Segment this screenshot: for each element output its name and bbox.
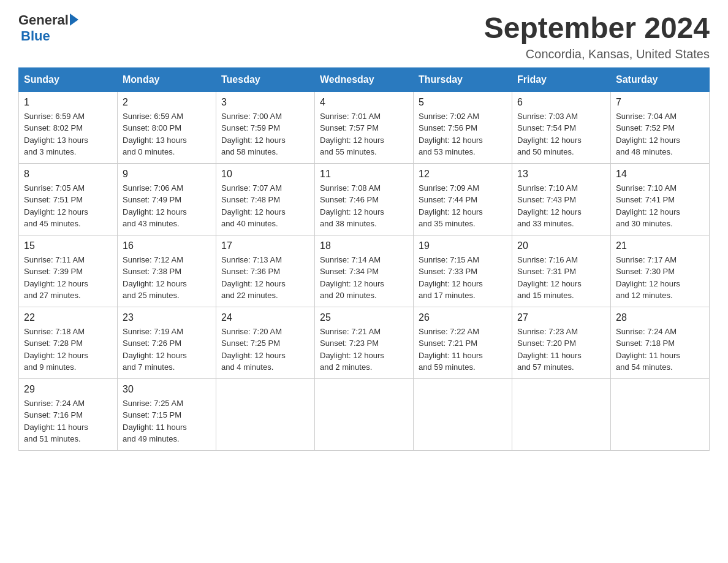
weekday-header-monday: Monday [118,67,216,91]
calendar-week-4: 22Sunrise: 7:18 AM Sunset: 7:28 PM Dayli… [19,307,710,378]
day-info: Sunrise: 7:08 AM Sunset: 7:46 PM Dayligh… [320,182,408,230]
logo-blue-text: Blue [21,28,50,44]
day-info: Sunrise: 6:59 AM Sunset: 8:00 PM Dayligh… [123,110,211,158]
day-number: 11 [320,169,408,180]
calendar-cell: 2Sunrise: 6:59 AM Sunset: 8:00 PM Daylig… [118,91,216,163]
calendar-cell: 24Sunrise: 7:20 AM Sunset: 7:25 PM Dayli… [216,307,315,378]
day-number: 27 [517,312,605,323]
day-info: Sunrise: 7:06 AM Sunset: 7:49 PM Dayligh… [123,182,211,230]
day-info: Sunrise: 7:17 AM Sunset: 7:30 PM Dayligh… [616,254,704,302]
day-info: Sunrise: 7:09 AM Sunset: 7:44 PM Dayligh… [419,182,507,230]
day-info: Sunrise: 7:04 AM Sunset: 7:52 PM Dayligh… [616,110,704,158]
calendar-cell: 21Sunrise: 7:17 AM Sunset: 7:30 PM Dayli… [611,235,710,307]
calendar-table: SundayMondayTuesdayWednesdayThursdayFrid… [18,67,710,451]
logo: General Blue [18,12,78,44]
calendar-week-1: 1Sunrise: 6:59 AM Sunset: 8:02 PM Daylig… [19,91,710,163]
calendar-cell: 22Sunrise: 7:18 AM Sunset: 7:28 PM Dayli… [19,307,118,378]
day-info: Sunrise: 7:22 AM Sunset: 7:21 PM Dayligh… [419,326,507,373]
day-number: 3 [221,97,309,108]
weekday-header-friday: Friday [512,67,611,91]
calendar-cell: 30Sunrise: 7:25 AM Sunset: 7:15 PM Dayli… [118,378,216,450]
calendar-cell: 12Sunrise: 7:09 AM Sunset: 7:44 PM Dayli… [414,163,512,235]
logo-arrow-icon [70,13,78,26]
day-info: Sunrise: 7:19 AM Sunset: 7:26 PM Dayligh… [123,326,211,373]
day-number: 16 [123,240,211,251]
day-number: 13 [517,169,605,180]
day-info: Sunrise: 7:24 AM Sunset: 7:16 PM Dayligh… [24,397,112,445]
day-info: Sunrise: 7:07 AM Sunset: 7:48 PM Dayligh… [221,182,309,230]
calendar-cell: 7Sunrise: 7:04 AM Sunset: 7:52 PM Daylig… [611,91,710,163]
day-number: 17 [221,240,309,251]
day-number: 14 [616,169,704,180]
calendar-cell: 8Sunrise: 7:05 AM Sunset: 7:51 PM Daylig… [19,163,118,235]
calendar-cell [414,378,512,450]
calendar-cell: 15Sunrise: 7:11 AM Sunset: 7:39 PM Dayli… [19,235,118,307]
calendar-body: 1Sunrise: 6:59 AM Sunset: 8:02 PM Daylig… [19,91,710,450]
calendar-cell: 14Sunrise: 7:10 AM Sunset: 7:41 PM Dayli… [611,163,710,235]
day-info: Sunrise: 7:10 AM Sunset: 7:43 PM Dayligh… [517,182,605,230]
day-number: 7 [616,97,704,108]
day-number: 1 [24,97,112,108]
day-number: 18 [320,240,408,251]
weekday-header-tuesday: Tuesday [216,67,315,91]
day-info: Sunrise: 7:12 AM Sunset: 7:38 PM Dayligh… [123,254,211,302]
calendar-cell: 23Sunrise: 7:19 AM Sunset: 7:26 PM Dayli… [118,307,216,378]
month-title: September 2024 [484,12,710,45]
day-number: 29 [24,384,112,395]
calendar-week-3: 15Sunrise: 7:11 AM Sunset: 7:39 PM Dayli… [19,235,710,307]
day-number: 12 [419,169,507,180]
day-info: Sunrise: 7:02 AM Sunset: 7:56 PM Dayligh… [419,110,507,158]
day-info: Sunrise: 7:23 AM Sunset: 7:20 PM Dayligh… [517,326,605,373]
day-number: 5 [419,97,507,108]
calendar-cell: 5Sunrise: 7:02 AM Sunset: 7:56 PM Daylig… [414,91,512,163]
weekday-header-sunday: Sunday [19,67,118,91]
day-info: Sunrise: 7:13 AM Sunset: 7:36 PM Dayligh… [221,254,309,302]
calendar-cell: 9Sunrise: 7:06 AM Sunset: 7:49 PM Daylig… [118,163,216,235]
weekday-header-row: SundayMondayTuesdayWednesdayThursdayFrid… [19,67,710,91]
day-number: 6 [517,97,605,108]
day-info: Sunrise: 7:21 AM Sunset: 7:23 PM Dayligh… [320,326,408,373]
calendar-header: SundayMondayTuesdayWednesdayThursdayFrid… [19,67,710,91]
calendar-cell: 28Sunrise: 7:24 AM Sunset: 7:18 PM Dayli… [611,307,710,378]
calendar-cell: 20Sunrise: 7:16 AM Sunset: 7:31 PM Dayli… [512,235,611,307]
calendar-cell [512,378,611,450]
calendar-week-2: 8Sunrise: 7:05 AM Sunset: 7:51 PM Daylig… [19,163,710,235]
calendar-cell: 18Sunrise: 7:14 AM Sunset: 7:34 PM Dayli… [315,235,414,307]
day-number: 25 [320,312,408,323]
day-number: 24 [221,312,309,323]
calendar-cell: 13Sunrise: 7:10 AM Sunset: 7:43 PM Dayli… [512,163,611,235]
day-number: 21 [616,240,704,251]
day-info: Sunrise: 7:16 AM Sunset: 7:31 PM Dayligh… [517,254,605,302]
calendar-cell: 10Sunrise: 7:07 AM Sunset: 7:48 PM Dayli… [216,163,315,235]
page-header: General Blue September 2024 Concordia, K… [18,12,710,61]
weekday-header-wednesday: Wednesday [315,67,414,91]
weekday-header-thursday: Thursday [414,67,512,91]
calendar-cell: 19Sunrise: 7:15 AM Sunset: 7:33 PM Dayli… [414,235,512,307]
day-number: 4 [320,97,408,108]
title-block: September 2024 Concordia, Kansas, United… [484,12,710,61]
day-number: 15 [24,240,112,251]
day-number: 23 [123,312,211,323]
day-info: Sunrise: 7:24 AM Sunset: 7:18 PM Dayligh… [616,326,704,373]
day-number: 30 [123,384,211,395]
day-info: Sunrise: 7:05 AM Sunset: 7:51 PM Dayligh… [24,182,112,230]
day-info: Sunrise: 7:15 AM Sunset: 7:33 PM Dayligh… [419,254,507,302]
day-info: Sunrise: 6:59 AM Sunset: 8:02 PM Dayligh… [24,110,112,158]
day-number: 22 [24,312,112,323]
calendar-cell: 1Sunrise: 6:59 AM Sunset: 8:02 PM Daylig… [19,91,118,163]
day-number: 9 [123,169,211,180]
logo-general-text: General [18,12,69,28]
day-number: 2 [123,97,211,108]
day-info: Sunrise: 7:01 AM Sunset: 7:57 PM Dayligh… [320,110,408,158]
location-label: Concordia, Kansas, United States [484,47,710,61]
calendar-cell: 17Sunrise: 7:13 AM Sunset: 7:36 PM Dayli… [216,235,315,307]
calendar-cell [216,378,315,450]
day-info: Sunrise: 7:03 AM Sunset: 7:54 PM Dayligh… [517,110,605,158]
day-number: 10 [221,169,309,180]
calendar-cell: 25Sunrise: 7:21 AM Sunset: 7:23 PM Dayli… [315,307,414,378]
calendar-cell: 16Sunrise: 7:12 AM Sunset: 7:38 PM Dayli… [118,235,216,307]
day-info: Sunrise: 7:10 AM Sunset: 7:41 PM Dayligh… [616,182,704,230]
day-info: Sunrise: 7:18 AM Sunset: 7:28 PM Dayligh… [24,326,112,373]
calendar-cell: 27Sunrise: 7:23 AM Sunset: 7:20 PM Dayli… [512,307,611,378]
day-number: 20 [517,240,605,251]
